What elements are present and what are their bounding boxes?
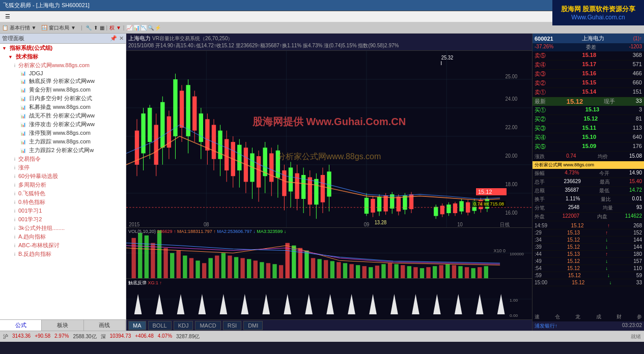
tree-item[interactable]: 📊主力跟踪 www.88gs.com	[0, 137, 126, 146]
main-chart[interactable]: 25.00 24.00 22.00 20.00 18.00 16.00 25.3…	[126, 51, 532, 228]
tree-item[interactable]: i001学习2	[0, 215, 126, 224]
tree-item[interactable]: 📊私募操盘 www.88gs.com	[0, 103, 126, 111]
buy-orders: 买① 15.13 3 买② 15.12 81 买③ 15.11 113 买④ 1…	[533, 106, 644, 152]
tree-item[interactable]: 📊涨停攻击 分析家公式网ww	[0, 120, 126, 129]
tab-boll[interactable]: BOLL	[148, 321, 172, 330]
sh-pct: 2.97%	[54, 333, 69, 340]
tree-item[interactable]: ▼指标系统(公式组)	[0, 44, 126, 52]
ts-price-3: 15.12	[567, 237, 580, 243]
zg-value: 15.40	[629, 179, 642, 186]
tab-macd[interactable]: MACD	[195, 321, 220, 330]
ts-price-1: 15.12	[571, 223, 583, 228]
sidebar-pin-btn[interactable]: 📌	[110, 35, 117, 42]
ze-value: 35687	[565, 187, 579, 194]
svg-rect-135	[202, 263, 206, 278]
stock-code: 600021	[535, 36, 553, 42]
tree-item[interactable]: iABC-布林线探讨	[0, 241, 126, 250]
svg-rect-81	[365, 198, 369, 214]
tab-formula[interactable]: 公式	[0, 320, 42, 331]
ts-row-8: :59 15.12 ↓ 59	[533, 272, 644, 279]
toolbar-btn3[interactable]: ▦	[100, 25, 104, 31]
stat-fb: 分笔 2548 均量 93	[533, 204, 644, 213]
tree-item[interactable]: i0.特色指标	[0, 198, 126, 206]
tree-item[interactable]: iA.趋向指标	[0, 232, 126, 241]
bottom-btn-cang[interactable]: 仓	[555, 313, 560, 320]
svg-rect-131	[177, 251, 181, 278]
toolbar-btn2[interactable]: ⬆	[94, 25, 98, 31]
toolbar-quan[interactable]: 权 ▼	[109, 24, 121, 32]
logo-panel: 股海网 股票软件资源分享 Www.Guhai.com.cn	[552, 0, 644, 25]
current-price-indicator: 15.12	[476, 188, 507, 195]
menu-bar: ☰	[0, 11, 644, 22]
wp-label: 外盘	[535, 213, 545, 220]
tree-item[interactable]: 📊涨停预测 www.88gs.com	[0, 129, 126, 137]
tree-item[interactable]: i3k公式外挂组........	[0, 224, 126, 232]
toolbar-btn1[interactable]: 🔧	[86, 25, 92, 31]
tab-ma[interactable]: MA	[128, 321, 146, 330]
svg-rect-169	[420, 268, 424, 278]
toolbar-basic[interactable]: 📋 基本行情 ▼	[2, 24, 36, 32]
buy1: 买① 15.13 3	[533, 106, 644, 115]
tree-item[interactable]: ▼技术指标	[0, 52, 126, 61]
bank-name: 浦发银行↑	[535, 322, 557, 330]
bottom-btn-cai[interactable]: 财	[617, 313, 622, 320]
volume-chart[interactable]: VOL(5,10,20) 236629 ↑ MA1:188311.797 ↑ M…	[126, 228, 532, 279]
sell-orders: 卖⑤ 15.18 368 卖④ 15.17 571 卖③ 15.16 466 卖…	[533, 51, 644, 97]
tree-item[interactable]: 📊JDGJ	[0, 70, 126, 77]
sz-label: 深	[101, 333, 106, 340]
svg-text:1.00: 1.00	[510, 298, 518, 303]
tree-item[interactable]: i60分钟暴动选股	[0, 172, 126, 181]
tab-draw[interactable]: 画线	[84, 320, 126, 331]
time-sales: 14:59 15.12 ↑ 268 :29 15.13 ↑ 152 :34 15…	[533, 222, 644, 312]
vol-label: VOL(5,10,20)	[128, 229, 157, 234]
tree-item[interactable]: 📊主力跟踪2 分析家公式网w	[0, 146, 126, 155]
sell4: 卖④ 15.17 571	[533, 61, 644, 70]
menu-icon[interactable]: ☰	[2, 11, 13, 22]
toolbar-layout[interactable]: 🪟 窗口布局 ▼	[41, 24, 75, 32]
tab-block[interactable]: 板块	[42, 320, 83, 331]
ts-time-7: :54	[535, 266, 542, 271]
indicator-chart[interactable]: 触底反弹 XG:1 ↑	[126, 279, 532, 319]
tab-dmi[interactable]: DMI	[243, 321, 263, 330]
tree-item[interactable]: 📊日内多空分时 分析家公式	[0, 94, 126, 103]
sidebar-close-btn[interactable]: ✕	[119, 35, 124, 42]
bottom-btn-long[interactable]: 龙	[575, 313, 580, 320]
title-bar: 飞狐交易师 - [上海电力 SH600021]	[0, 0, 644, 11]
ts-dir-8: ↓	[607, 273, 610, 278]
main-layout: 管理面板 📌 ✕ ▼指标系统(公式组)▼技术指标i分析家公式网www.88gs.…	[0, 34, 644, 331]
tree-item[interactable]: i多周期分析	[0, 181, 126, 189]
svg-rect-145	[266, 263, 270, 278]
svg-rect-138	[221, 253, 226, 279]
tab-kdj[interactable]: KDJ	[174, 321, 193, 330]
ts-row-4: :39 15.12 ↓ 144	[533, 244, 644, 251]
tree-item[interactable]: iB.反趋向指标	[0, 250, 126, 258]
tree-item[interactable]: i001学习1	[0, 206, 126, 215]
volume-info: VOL(5,10,20) 236629 ↑ MA1:188311.797 ↑ M…	[128, 229, 286, 234]
ts-price-7: 15.12	[567, 266, 580, 271]
tree-item[interactable]: i涨停	[0, 163, 126, 172]
buy2-label: 买②	[535, 115, 546, 123]
svg-rect-162	[375, 266, 379, 278]
tree-item[interactable]: 📊触底反弹 分析家公式网ww	[0, 77, 126, 85]
vol-value: 236629 ↑	[157, 229, 176, 234]
sz-change: +406.48	[135, 333, 153, 340]
vol-ma1: MA1:188311.797 ↑	[177, 229, 216, 234]
tab-rsi[interactable]: RSI	[223, 321, 241, 330]
svg-rect-103	[453, 203, 457, 213]
buy3-vol: 113	[633, 125, 642, 132]
bottom-btn-can[interactable]: 参	[637, 313, 642, 320]
bottom-btn-cheng[interactable]: 成	[596, 313, 601, 320]
buy5-vol: 176	[633, 143, 642, 151]
jl-value: 93	[636, 204, 642, 212]
tree-item[interactable]: i0.飞狐特色	[0, 189, 126, 198]
bottom-btn-su[interactable]: 速	[535, 313, 540, 320]
buy4-price: 15.10	[582, 134, 597, 141]
tree-item[interactable]: 📊战无不胜 分析家公式网ww	[0, 111, 126, 120]
zd2-value: 14.72	[629, 187, 642, 194]
ts-row-1: 14:59 15.12 ↑ 268	[533, 222, 644, 229]
ts-price-4: 15.12	[567, 244, 580, 250]
buy3-price: 15.11	[582, 125, 597, 132]
tree-item[interactable]: i交易指令	[0, 155, 126, 163]
tree-item[interactable]: 📊黄金分割 www.88gs.com	[0, 85, 126, 94]
tree-item[interactable]: i分析家公式网www.88gs.com	[0, 61, 126, 70]
